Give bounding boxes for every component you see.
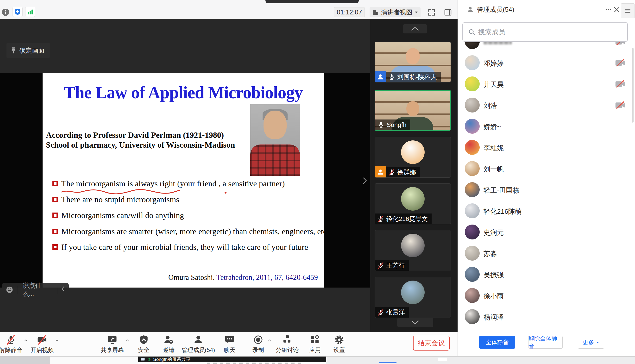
toolbar-label: 录制 [252, 346, 264, 354]
toolbar-settings-button[interactable]: 设置 [334, 335, 345, 354]
toolbar-cam-off-button[interactable]: 开启视频 [30, 335, 54, 354]
presentation-slide: The Law of Applied Microbiology Accordin… [42, 73, 324, 288]
chevron-up-icon[interactable] [124, 338, 130, 343]
security-shield-icon[interactable] [12, 7, 22, 17]
video-tile[interactable]: 徐群娜 [374, 137, 451, 178]
panel-menu-button[interactable] [621, 3, 634, 18]
toolbar-chat-button[interactable]: 聊天 [224, 335, 236, 354]
avatar [465, 288, 480, 303]
tile-participant-name: 张晨洋 [386, 308, 405, 317]
toolbar-mic-off-button[interactable]: 解除静音 [0, 335, 22, 354]
fullscreen-button[interactable] [426, 7, 437, 17]
host-badge-icon [375, 71, 386, 82]
quick-chat-bar[interactable]: 说点什么... [2, 283, 69, 296]
toolbar-record-button[interactable]: 录制 [252, 335, 264, 354]
member-name: 徐小雨 [484, 292, 504, 301]
member-row[interactable]: 井天昊 [458, 73, 632, 94]
toolbar-label: 共享屏幕 [101, 346, 124, 354]
video-tile[interactable]: Songfh [374, 90, 451, 131]
floating-share-tab[interactable] [266, 0, 359, 3]
mic-off-icon [377, 216, 384, 222]
meeting-info-icon[interactable] [0, 7, 10, 17]
toolbar-breakout-button[interactable]: 分组讨论 [276, 335, 299, 354]
mic-off-icon [6, 335, 16, 345]
member-row[interactable]: 徐小雨 [458, 285, 632, 306]
bullet-square-icon [52, 244, 58, 250]
member-row[interactable]: 邓婷婷 [458, 52, 632, 73]
member-list-scrollbar[interactable] [632, 48, 634, 122]
unmute-all-button[interactable]: 解除全体静音 [528, 336, 563, 348]
toolbar-members-button[interactable]: 管理成员(54) [182, 335, 215, 354]
slide-title: The Law of Applied Microbiology [42, 83, 324, 102]
tile-name-label: 轻化216庞景文 [375, 214, 432, 224]
end-meeting-button[interactable]: 结束会议 [413, 336, 450, 350]
toolbar-apps-button[interactable]: 应用 [309, 335, 321, 354]
view-mode-selector[interactable]: 演讲者视图 [370, 7, 420, 17]
tile-name-label: 徐群娜 [386, 167, 420, 178]
tile-participant-name: 王芳行 [386, 261, 405, 270]
member-row[interactable]: 轻化216陈萌 [458, 200, 632, 222]
side-panel-toggle-button[interactable] [443, 7, 453, 17]
laser-dot-annotation [224, 192, 226, 194]
breakout-icon [282, 335, 292, 345]
video-tile[interactable]: 王芳行 [374, 230, 451, 271]
red-wavy-annotation [61, 189, 180, 195]
manage-members-panel: 管理成员(54) 搜索成员 邓婷婷井天昊刘浩娇娇~李桂妮刘一帆轻工-田国栋轻化2… [458, 0, 635, 356]
avatar [465, 119, 480, 134]
quick-chat-placeholder[interactable]: 说点什么... [17, 281, 57, 298]
toolbar-label: 应用 [309, 346, 321, 354]
mic-off-icon [377, 309, 384, 316]
scroll-down-button[interactable] [397, 318, 433, 327]
member-row[interactable]: 刘一帆 [458, 158, 632, 179]
member-row[interactable]: 苏淼 [458, 242, 632, 264]
member-name: 杨润泽 [484, 313, 504, 322]
bullet-text: Microorganisms can/will do anything [61, 211, 184, 220]
settings-icon [334, 335, 344, 345]
scroll-up-button[interactable] [403, 24, 427, 34]
member-row[interactable]: 史润元 [458, 222, 632, 242]
member-name: 邓婷婷 [484, 59, 504, 68]
search-members-input[interactable]: 搜索成员 [462, 22, 628, 42]
panel-more-button[interactable] [604, 5, 613, 14]
member-row[interactable]: 轻工-田国栋 [458, 179, 632, 200]
video-tile[interactable]: 刘国栋-陕科大 [374, 42, 451, 82]
chevron-up-icon[interactable] [54, 338, 60, 343]
member-row[interactable]: 刘浩 [458, 94, 632, 116]
toolbar-invite-button[interactable]: 邀请 [163, 335, 174, 354]
member-name: 李桂妮 [484, 144, 504, 153]
panel-close-button[interactable] [612, 5, 621, 14]
meeting-toolbar: 解除静音开启视频共享屏幕安全邀请管理成员(54)聊天录制分组讨论应用设置 [0, 332, 458, 356]
search-placeholder: 搜索成员 [478, 28, 505, 36]
screen-share-preview-titlebar[interactable]: Songfh的屏幕共享 [138, 356, 326, 362]
video-tile[interactable]: 张晨洋 [374, 277, 451, 318]
network-signal-icon[interactable] [25, 7, 35, 17]
chevron-up-icon[interactable] [266, 338, 273, 343]
topbar: 01:12:07 演讲者视图 [0, 0, 458, 19]
avatar [465, 140, 480, 155]
member-row-clipped[interactable] [458, 42, 632, 52]
member-row[interactable]: 杨润泽 [458, 306, 632, 327]
video-tile[interactable]: 轻化216庞景文 [374, 184, 451, 224]
expand-panel-arrow[interactable] [362, 176, 368, 186]
toolbar-share-screen-button[interactable]: 共享屏幕 [101, 335, 124, 354]
member-row[interactable]: 吴振强 [458, 264, 632, 285]
avatar [465, 246, 480, 260]
more-button[interactable]: 更多 [578, 336, 604, 348]
mic-on-icon [378, 122, 384, 128]
member-row[interactable]: 娇娇~ [458, 116, 632, 137]
members-icon [193, 335, 204, 345]
member-name: 娇娇~ [484, 122, 501, 132]
slide-bullet: Microorganisms can/will do anything [42, 211, 322, 222]
toolbar-label: 邀请 [163, 346, 174, 354]
chevron-up-icon[interactable] [22, 338, 29, 343]
member-row[interactable]: 李桂妮 [458, 137, 632, 158]
camera-off-icon [615, 59, 626, 67]
mini-preview-blue-button [379, 362, 396, 363]
toolbar-label: 设置 [334, 346, 345, 354]
mute-all-button[interactable]: 全体静音 [479, 336, 515, 348]
cohost-badge-icon [375, 166, 386, 178]
members-icon [467, 6, 474, 13]
toolbar-shield-button[interactable]: 安全 [138, 335, 150, 354]
pin-view-button[interactable]: 锁定画面 [6, 43, 50, 58]
collapse-chat-icon[interactable] [57, 286, 69, 293]
